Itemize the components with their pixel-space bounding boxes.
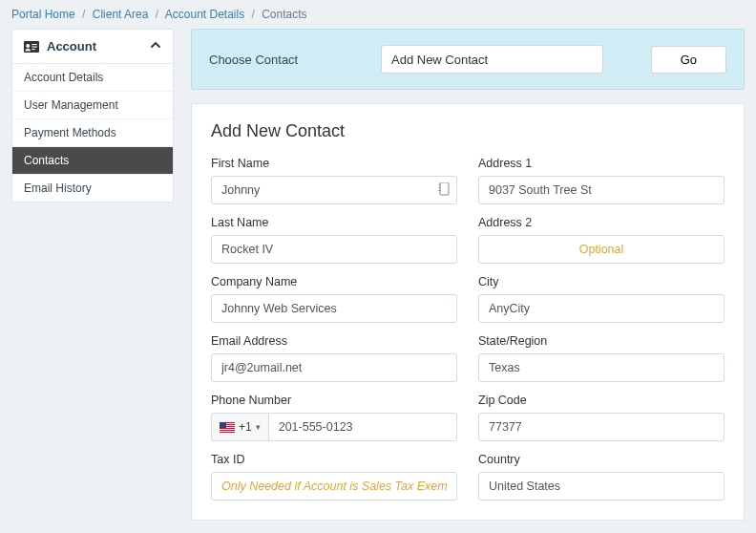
sidebar-item-payment-methods[interactable]: Payment Methods xyxy=(12,119,173,147)
add-contact-card: Add New Contact First Name Address 1 xyxy=(191,103,745,521)
country-select[interactable]: United States xyxy=(478,472,724,501)
svg-rect-3 xyxy=(32,46,37,47)
sidebar: Account Account Details User Management … xyxy=(11,29,174,203)
zip-label: Zip Code xyxy=(478,394,724,407)
email-label: Email Address xyxy=(211,334,457,348)
breadcrumb-link-client-area[interactable]: Client Area xyxy=(93,8,149,21)
breadcrumb: Portal Home / Client Area / Account Deta… xyxy=(0,0,756,29)
choose-contact-label: Choose Contact xyxy=(209,53,333,67)
state-select[interactable]: Texas xyxy=(478,353,724,382)
sidebar-header[interactable]: Account xyxy=(12,30,173,64)
svg-rect-2 xyxy=(32,44,37,45)
choose-contact-select[interactable]: Add New Contact xyxy=(381,45,603,74)
sidebar-item-email-history[interactable]: Email History xyxy=(12,175,173,202)
breadcrumb-current: Contacts xyxy=(262,8,306,21)
first-name-label: First Name xyxy=(211,157,457,170)
us-flag-icon xyxy=(220,422,235,433)
last-name-input[interactable] xyxy=(211,235,457,264)
address2-label: Address 2 xyxy=(478,216,724,229)
company-input[interactable] xyxy=(211,294,457,323)
zip-input[interactable] xyxy=(478,413,724,441)
sidebar-item-account-details[interactable]: Account Details xyxy=(12,64,173,92)
state-label: State/Region xyxy=(478,334,724,348)
email-input[interactable] xyxy=(211,353,457,382)
sidebar-title: Account xyxy=(47,39,96,53)
autofill-contacts-icon[interactable] xyxy=(438,182,450,198)
sidebar-item-contacts[interactable]: Contacts xyxy=(12,147,173,175)
sidebar-item-user-management[interactable]: User Management xyxy=(12,92,173,119)
city-input[interactable] xyxy=(478,294,724,323)
address1-input[interactable] xyxy=(478,176,724,204)
phone-prefix-text: +1 xyxy=(239,420,252,434)
city-label: City xyxy=(478,275,724,288)
go-button[interactable]: Go xyxy=(651,46,726,74)
taxid-input[interactable] xyxy=(211,472,457,501)
taxid-label: Tax ID xyxy=(211,453,457,466)
svg-rect-6 xyxy=(439,184,441,185)
svg-point-1 xyxy=(26,44,30,48)
choose-contact-bar: Choose Contact Add New Contact Go xyxy=(191,29,745,90)
phone-label: Phone Number xyxy=(211,394,457,407)
caret-down-icon: ▾ xyxy=(256,422,261,432)
svg-rect-5 xyxy=(440,182,449,195)
card-title: Add New Contact xyxy=(211,121,724,141)
address2-input[interactable] xyxy=(478,235,724,264)
first-name-input[interactable] xyxy=(211,176,457,204)
svg-rect-7 xyxy=(439,187,441,188)
last-name-label: Last Name xyxy=(211,216,457,229)
company-label: Company Name xyxy=(211,275,457,288)
chevron-up-icon xyxy=(150,39,161,53)
breadcrumb-link-home[interactable]: Portal Home xyxy=(11,8,75,21)
breadcrumb-link-account-details[interactable]: Account Details xyxy=(165,8,244,21)
address1-label: Address 1 xyxy=(478,157,724,170)
svg-rect-8 xyxy=(439,190,441,191)
phone-input[interactable] xyxy=(268,413,457,441)
svg-rect-4 xyxy=(32,49,35,50)
account-card-icon xyxy=(24,41,39,53)
country-label: Country xyxy=(478,453,724,466)
phone-country-selector[interactable]: +1 ▾ xyxy=(211,413,268,441)
